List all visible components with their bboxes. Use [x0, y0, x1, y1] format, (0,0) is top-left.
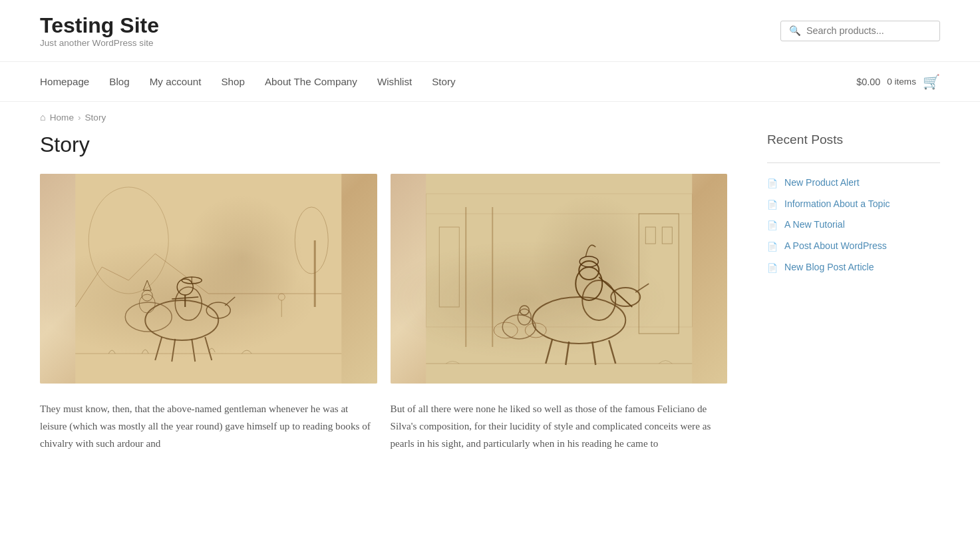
gallery-item-left: [40, 174, 377, 384]
nav-link-wishlist[interactable]: Wishlist: [377, 76, 412, 87]
cart-icon[interactable]: 🛒: [923, 74, 940, 90]
recent-post-item: 📄 A Post About WordPress: [767, 240, 940, 253]
site-branding: Testing Site Just another WordPress site: [40, 13, 159, 48]
cart-area[interactable]: $0.00 0 items 🛒: [856, 74, 940, 90]
article-text-left: They must know, then, that the above-nam…: [40, 400, 377, 452]
breadcrumb-separator: ›: [78, 113, 81, 123]
nav-link-blog[interactable]: Blog: [109, 76, 129, 87]
nav-item-blog[interactable]: Blog: [109, 76, 129, 88]
nav-link-homepage[interactable]: Homepage: [40, 76, 89, 87]
nav-link-story[interactable]: Story: [432, 76, 455, 87]
nav-item-wishlist[interactable]: Wishlist: [377, 76, 412, 88]
nav-item-about[interactable]: About The Company: [265, 76, 357, 88]
recent-post-link-4[interactable]: New Blog Post Article: [784, 261, 874, 274]
nav-item-story[interactable]: Story: [432, 76, 455, 88]
recent-posts-list: 📄 New Product Alert 📄 Information About …: [767, 176, 940, 274]
recent-post-item: 📄 A New Tutorial: [767, 218, 940, 232]
recent-post-link-0[interactable]: New Product Alert: [784, 176, 860, 190]
article-columns: They must know, then, that the above-nam…: [40, 400, 727, 452]
post-icon-0: 📄: [767, 178, 778, 189]
nav-links: Homepage Blog My account Shop About The …: [40, 76, 856, 88]
recent-post-item: 📄 Information About a Topic: [767, 198, 940, 211]
site-tagline: Just another WordPress site: [40, 38, 159, 48]
gallery: [40, 174, 727, 384]
site-header: Testing Site Just another WordPress site…: [0, 0, 980, 62]
home-icon: ⌂: [40, 112, 46, 123]
sidebar-divider: [767, 162, 940, 163]
nav-link-about[interactable]: About The Company: [265, 76, 357, 87]
post-icon-1: 📄: [767, 200, 778, 210]
recent-post-link-1[interactable]: Information About a Topic: [784, 198, 890, 211]
recent-post-link-3[interactable]: A Post About WordPress: [784, 240, 887, 253]
search-icon: 🔍: [789, 25, 801, 37]
sketch-illustration-right: [391, 174, 728, 384]
post-icon-3: 📄: [767, 242, 778, 252]
nav-item-homepage[interactable]: Homepage: [40, 76, 89, 88]
recent-post-item: 📄 New Blog Post Article: [767, 261, 940, 274]
site-title: Testing Site: [40, 13, 159, 38]
recent-post-item: 📄 New Product Alert: [767, 176, 940, 190]
gallery-item-right: [391, 174, 728, 384]
cart-amount: $0.00: [856, 77, 880, 87]
sketch-illustration-left: [40, 174, 377, 384]
breadcrumb-home-link[interactable]: Home: [50, 113, 74, 123]
post-icon-2: 📄: [767, 220, 778, 231]
cart-item-count: 0 items: [887, 77, 916, 87]
sidebar: Recent Posts 📄 New Product Alert 📄 Infor…: [767, 133, 940, 452]
search-input[interactable]: [806, 25, 931, 36]
post-icon-4: 📄: [767, 263, 778, 274]
article-text-right: But of all there were none he liked so w…: [391, 400, 728, 452]
nav-item-myaccount[interactable]: My account: [150, 76, 202, 88]
nav-link-shop[interactable]: Shop: [221, 76, 244, 87]
page-title: Story: [40, 133, 727, 157]
nav-item-shop[interactable]: Shop: [221, 76, 244, 88]
nav-link-myaccount[interactable]: My account: [150, 76, 202, 87]
search-box[interactable]: 🔍: [780, 21, 940, 41]
main-content: Story: [0, 133, 980, 479]
recent-post-link-2[interactable]: A New Tutorial: [784, 218, 845, 232]
breadcrumb-current: Story: [85, 113, 106, 123]
breadcrumb: ⌂ Home › Story: [0, 102, 980, 133]
sidebar-title: Recent Posts: [767, 133, 940, 152]
site-nav: Homepage Blog My account Shop About The …: [0, 62, 980, 102]
content-area: Story: [40, 133, 727, 452]
